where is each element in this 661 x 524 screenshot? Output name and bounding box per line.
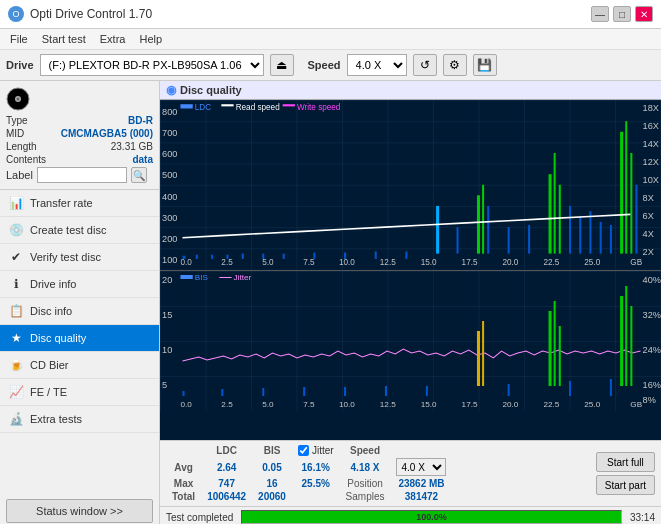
svg-rect-54 xyxy=(436,206,439,254)
bottom-chart: 20 15 10 5 40% 32% 24% 16% 8% BIS Jitter xyxy=(160,271,661,441)
sidebar-item-extra-tests[interactable]: 🔬 Extra tests xyxy=(0,406,159,433)
sidebar-item-disc-info[interactable]: 📋 Disc info xyxy=(0,298,159,325)
close-button[interactable]: ✕ xyxy=(635,6,653,22)
speed-select-stats[interactable]: 4.0 X xyxy=(396,458,446,476)
start-full-button[interactable]: Start full xyxy=(596,452,655,472)
menu-help[interactable]: Help xyxy=(133,31,168,47)
disc-quality-icon: ★ xyxy=(8,330,24,346)
extra-tests-label: Extra tests xyxy=(30,413,82,425)
svg-text:2X: 2X xyxy=(643,247,655,257)
svg-text:200: 200 xyxy=(162,234,177,244)
config-button[interactable]: ⚙ xyxy=(443,54,467,76)
svg-rect-116 xyxy=(385,386,387,396)
svg-text:12.5: 12.5 xyxy=(380,400,396,409)
chart-title: Disc quality xyxy=(180,84,242,96)
sidebar-item-verify-test-disc[interactable]: ✔ Verify test disc xyxy=(0,244,159,271)
avg-label: Avg xyxy=(166,457,201,477)
svg-rect-72 xyxy=(635,185,637,254)
svg-rect-89 xyxy=(219,277,231,278)
disc-length-row: Length 23.31 GB xyxy=(6,141,153,152)
max-jitter: 25.5% xyxy=(292,477,340,490)
progress-track: 100.0% xyxy=(241,510,622,524)
svg-rect-77 xyxy=(160,271,661,411)
sidebar-item-cd-bier[interactable]: 🍺 CD Bier xyxy=(0,352,159,379)
eject-button[interactable]: ⏏ xyxy=(270,54,294,76)
svg-rect-69 xyxy=(620,132,623,254)
sidebar-item-transfer-rate[interactable]: 📊 Transfer rate xyxy=(0,190,159,217)
drive-select[interactable]: (F:) PLEXTOR BD-R PX-LB950SA 1.06 xyxy=(40,54,264,76)
minimize-button[interactable]: — xyxy=(591,6,609,22)
svg-rect-68 xyxy=(610,225,612,254)
samples-value: 381472 xyxy=(390,490,452,503)
svg-rect-62 xyxy=(554,153,556,254)
menu-file[interactable]: File xyxy=(4,31,34,47)
max-bis: 16 xyxy=(252,477,292,490)
svg-rect-112 xyxy=(221,389,223,396)
svg-text:400: 400 xyxy=(162,191,177,201)
svg-text:22.5: 22.5 xyxy=(543,400,559,409)
svg-rect-87 xyxy=(180,275,192,279)
svg-rect-70 xyxy=(625,121,627,253)
speed-select[interactable]: 4.0 X xyxy=(347,54,407,76)
svg-rect-49 xyxy=(283,254,285,259)
speed-label: Speed xyxy=(308,59,341,71)
jitter-checkbox[interactable] xyxy=(298,445,309,456)
fe-te-label: FE / TE xyxy=(30,386,67,398)
svg-rect-117 xyxy=(426,386,428,396)
verify-test-disc-label: Verify test disc xyxy=(30,251,101,263)
svg-rect-63 xyxy=(559,185,561,254)
start-part-button[interactable]: Start part xyxy=(596,475,655,495)
sidebar-item-create-test-disc[interactable]: 💿 Create test disc xyxy=(0,217,159,244)
svg-text:10: 10 xyxy=(162,345,172,355)
svg-rect-27 xyxy=(221,104,233,106)
svg-point-2 xyxy=(17,98,20,101)
svg-text:LDC: LDC xyxy=(195,101,211,111)
avg-jitter: 16.1% xyxy=(292,457,340,477)
svg-text:40%: 40% xyxy=(643,275,661,285)
status-window-button[interactable]: Status window >> xyxy=(6,499,153,523)
position-label: Position xyxy=(340,477,391,490)
save-button[interactable]: 💾 xyxy=(473,54,497,76)
svg-text:10X: 10X xyxy=(643,174,660,184)
refresh-button[interactable]: ↺ xyxy=(413,54,437,76)
top-chart-svg: 800 700 600 500 400 300 200 100 18X 16X … xyxy=(160,100,661,270)
svg-rect-108 xyxy=(620,296,623,386)
svg-text:20.0: 20.0 xyxy=(503,257,519,267)
svg-rect-48 xyxy=(262,254,264,259)
svg-rect-44 xyxy=(196,255,198,259)
total-bis: 20060 xyxy=(252,490,292,503)
sidebar-item-disc-quality[interactable]: ★ Disc quality xyxy=(0,325,159,352)
svg-text:7.5: 7.5 xyxy=(303,400,315,409)
chart-header: ◉ Disc quality xyxy=(160,81,661,100)
sidebar-item-fe-te[interactable]: 📈 FE / TE xyxy=(0,379,159,406)
title-left: O Opti Drive Control 1.70 xyxy=(8,6,152,22)
label-icon-btn[interactable]: 🔍 xyxy=(131,167,147,183)
svg-rect-118 xyxy=(508,384,510,396)
mid-label: MID xyxy=(6,128,24,139)
svg-rect-103 xyxy=(477,331,480,386)
svg-rect-46 xyxy=(226,255,228,259)
maximize-button[interactable]: □ xyxy=(613,6,631,22)
svg-text:5.0: 5.0 xyxy=(262,400,274,409)
create-test-disc-icon: 💿 xyxy=(8,222,24,238)
svg-text:12.5: 12.5 xyxy=(380,257,396,267)
sidebar-item-drive-info[interactable]: ℹ Drive info xyxy=(0,271,159,298)
svg-text:BIS: BIS xyxy=(195,273,209,282)
svg-text:20.0: 20.0 xyxy=(503,400,519,409)
stats-table: LDC BIS Jitter Speed Avg 2.64 0.05 xyxy=(166,444,452,503)
svg-rect-50 xyxy=(313,253,315,259)
jitter-checkbox-label: Jitter xyxy=(298,445,334,456)
menu-start-test[interactable]: Start test xyxy=(36,31,92,47)
disc-quality-label: Disc quality xyxy=(30,332,86,344)
svg-text:Read speed: Read speed xyxy=(236,101,280,111)
label-input[interactable] xyxy=(37,167,127,183)
menu-extra[interactable]: Extra xyxy=(94,31,132,47)
svg-rect-58 xyxy=(487,206,489,254)
svg-text:Write speed: Write speed xyxy=(297,101,341,111)
progress-bar-container: Test completed 100.0% 33:14 xyxy=(160,506,661,524)
svg-rect-52 xyxy=(375,251,377,258)
max-label: Max xyxy=(166,477,201,490)
action-buttons: Start full Start part xyxy=(596,452,655,495)
svg-text:4X: 4X xyxy=(643,229,655,239)
time-text: 33:14 xyxy=(630,512,655,523)
